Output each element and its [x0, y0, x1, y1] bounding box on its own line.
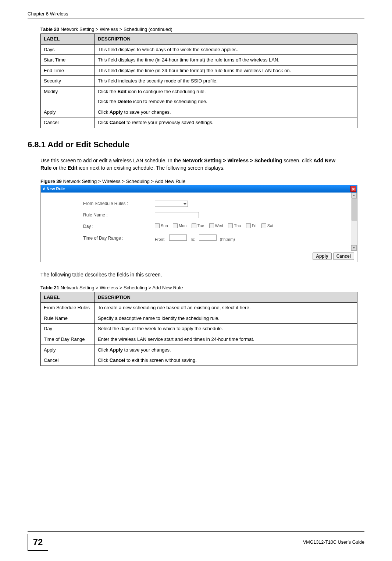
from-schedule-rules-row: From Schedule Rules : [83, 201, 351, 207]
cell-desc: Click Cancel to restore your previously … [95, 117, 357, 128]
cell-label: Cancel [41, 117, 95, 128]
cell-label: Apply [41, 345, 95, 355]
day-label-text: Wed [215, 223, 223, 228]
text: Click [98, 109, 110, 115]
bold-text: Delete [117, 99, 132, 104]
checkbox-icon [246, 223, 251, 228]
vertical-scrollbar[interactable]: ▲ ▼ [351, 193, 357, 251]
day-checkbox-sun[interactable]: Sun [155, 223, 168, 228]
checkbox-icon [173, 223, 178, 228]
time-to-input[interactable] [199, 234, 217, 241]
cell-label: Security [41, 76, 95, 87]
cell-desc: This field displays the time (in 24-hour… [95, 55, 357, 66]
scroll-down-icon[interactable]: ▼ [351, 245, 357, 251]
from-schedule-rules-label: From Schedule Rules : [83, 201, 155, 206]
time-from-input[interactable] [169, 234, 187, 241]
table20: LABEL DESCRIPTION Days This field displa… [40, 33, 357, 128]
table20-header-label: LABEL [41, 34, 95, 45]
table-row: Cancel Click Cancel to exit this screen … [41, 355, 357, 366]
text: to exit this screen without saving. [125, 357, 196, 363]
day-options: Sun Mon Tue Wed Thu Fri Sat [155, 223, 277, 229]
table20-caption: Table 20 Network Setting > Wireless > Sc… [28, 27, 364, 32]
rule-name-input[interactable] [155, 212, 199, 218]
cell-label: Rule Name [41, 313, 95, 324]
page-footer: 72 VMG1312-T10C User’s Guide [28, 531, 364, 551]
text: icon next to an existing schedule. The f… [77, 165, 225, 171]
cell-desc: Click Cancel to exit this screen without… [95, 355, 357, 366]
text: screen, click [282, 158, 313, 163]
day-label-text: Tue [197, 223, 204, 228]
figure39-caption-rest: Network Setting > Wireless > Scheduling … [62, 179, 185, 184]
checkbox-icon [209, 223, 214, 228]
cell-label: Day [41, 324, 95, 334]
table21-header-label: LABEL [41, 292, 95, 303]
cell-desc: Click the Edit icon to configure the sch… [95, 86, 357, 107]
text: icon to configure the scheduling rule. [126, 89, 206, 94]
table-row: Rule Name Specify a descriptive name to … [41, 313, 357, 324]
cancel-button[interactable]: Cancel [333, 253, 354, 260]
cell-desc: Click Apply to save your changes. [95, 345, 357, 355]
cell-desc: This field indicates the security mode o… [95, 76, 357, 87]
day-checkbox-tue[interactable]: Tue [192, 223, 204, 228]
figure39-screenshot: d New Rule ✕ From Schedule Rules : Rule … [40, 185, 357, 262]
time-range-row: Time of Day Range : From: To: (hh:mm) [83, 234, 351, 242]
text: icon to remove the scheduling rule. [132, 99, 207, 104]
table21: LABEL DESCRIPTION From Schedule Rules To… [40, 292, 357, 366]
text: to restore your previously saved setting… [125, 120, 213, 125]
text: Click the [98, 89, 117, 94]
text: Click [98, 120, 110, 125]
day-checkbox-fri[interactable]: Fri [246, 223, 257, 228]
day-checkbox-mon[interactable]: Mon [173, 223, 186, 228]
day-label-text: Thu [234, 223, 241, 228]
checkbox-icon [261, 223, 266, 228]
time-range-label: Time of Day Range : [83, 236, 155, 241]
time-range-controls: From: To: (hh:mm) [155, 234, 236, 242]
day-label-text: Mon [179, 223, 186, 228]
cell-desc: Specify a descriptive name to identify t… [95, 313, 357, 324]
text: to save your changes. [123, 109, 171, 115]
cell-label: Days [41, 44, 95, 55]
rule-name-label: Rule Name : [83, 212, 155, 218]
page-number: 72 [28, 534, 48, 551]
bold-text: Cancel [110, 357, 125, 363]
day-checkbox-sat[interactable]: Sat [261, 223, 274, 228]
table21-header-row: LABEL DESCRIPTION [41, 292, 357, 303]
text: to save your changes. [123, 347, 171, 353]
rule-name-row: Rule Name : [83, 212, 351, 218]
day-label: Day : [83, 224, 155, 229]
hhmm-hint: (hh:mm) [220, 237, 235, 241]
cell-desc: Select the days of the week to which to … [95, 324, 357, 334]
footer-rule [28, 531, 364, 532]
scroll-thumb[interactable] [352, 198, 357, 220]
cell-desc: To create a new scheduling rule based of… [95, 303, 357, 313]
to-label: To: [190, 237, 195, 241]
dialog-title-bar[interactable]: d New Rule ✕ [41, 185, 357, 193]
cell-label: From Schedule Rules [41, 303, 95, 313]
bold-text: Network Setting > Wireless > Scheduling [182, 158, 282, 163]
from-schedule-rules-select[interactable] [155, 201, 188, 207]
cell-label: Modify [41, 86, 95, 107]
dialog-footer: Apply Cancel [41, 251, 357, 262]
checkbox-icon [228, 223, 233, 228]
cell-desc: Click Apply to save your changes. [95, 107, 357, 117]
bold-text: Apply [110, 109, 123, 115]
day-checkbox-wed[interactable]: Wed [209, 223, 223, 228]
text: Use this screen to add or edit a wireles… [40, 158, 182, 163]
table20-caption-prefix: Table 20 [40, 27, 59, 32]
close-icon[interactable]: ✕ [350, 186, 356, 192]
cell-label: End Time [41, 65, 95, 76]
day-checkbox-thu[interactable]: Thu [228, 223, 241, 228]
cell-desc: Enter the wireless LAN service start and… [95, 334, 357, 345]
day-label-text: Sat [267, 223, 274, 228]
apply-button[interactable]: Apply [313, 253, 331, 260]
table-row: Apply Click Apply to save your changes. [41, 107, 357, 117]
scroll-up-icon[interactable]: ▲ [351, 193, 357, 198]
table21-caption-rest: Network Setting > Wireless > Scheduling … [59, 285, 183, 290]
figure39-caption: Figure 39 Network Setting > Wireless > S… [40, 179, 364, 184]
table-row: Time of Day Range Enter the wireless LAN… [41, 334, 357, 345]
table21-header-desc: DESCRIPTION [95, 292, 357, 303]
text: Click the [98, 99, 117, 104]
running-header: Chapter 6 Wireless [28, 11, 364, 17]
table20-caption-rest: Network Setting > Wireless > Scheduling … [59, 27, 172, 32]
text: Click [98, 347, 110, 353]
